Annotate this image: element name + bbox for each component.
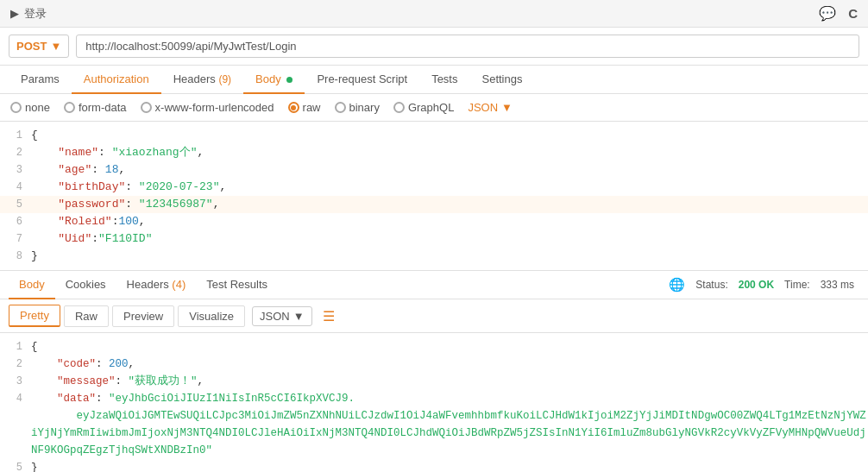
login-area[interactable]: ▶ 登录	[10, 6, 47, 22]
tab-tests[interactable]: Tests	[419, 66, 469, 94]
format-row: Pretty Raw Preview Visualize JSON ▼ ☰	[0, 299, 868, 333]
tab-authorization-label: Authorization	[84, 72, 149, 85]
radio-formdata-label: form-data	[79, 101, 127, 114]
status-value: 200 OK	[739, 279, 774, 291]
resp-num-2: 2	[0, 356, 31, 373]
code-content-6: "Roleid":100,	[31, 213, 868, 230]
line-num-4: 4	[0, 179, 31, 196]
tab-settings[interactable]: Settings	[469, 66, 534, 94]
code-line-8: 8 }	[0, 248, 868, 265]
line-num-8: 8	[0, 248, 31, 265]
resp-line-3: 3 "message": "获取成功！",	[0, 373, 868, 390]
time-value: 333 ms	[821, 279, 854, 291]
resp-content-5: }	[31, 459, 868, 472]
radio-xwww-circle	[141, 102, 152, 113]
top-bar: ▶ 登录 💬 C	[0, 0, 868, 28]
code-line-1: 1 {	[0, 127, 868, 144]
globe-icon: 🌐	[669, 277, 685, 293]
code-line-3: 3 "age": 18,	[0, 161, 868, 179]
resp-content-1: {	[31, 338, 868, 356]
tab-headers[interactable]: Headers (9)	[161, 66, 243, 94]
radio-graphql-label: GraphQL	[408, 101, 454, 114]
code-line-4: 4 "birthDay": "2020-07-23",	[0, 179, 868, 196]
radio-formdata-circle	[64, 102, 75, 113]
tab-prerequest[interactable]: Pre-request Script	[305, 66, 419, 94]
method-dropdown[interactable]: POST ▼	[9, 35, 69, 58]
resp-tab-headers-label: Headers	[127, 278, 173, 291]
tab-authorization[interactable]: Authorization	[72, 66, 161, 94]
resp-tab-testresults[interactable]: Test Results	[196, 271, 278, 299]
method-label: POST	[16, 40, 47, 53]
resp-tab-cookies-label: Cookies	[66, 278, 106, 291]
resp-num-5: 5	[0, 459, 31, 472]
raw-button[interactable]: Raw	[64, 305, 109, 327]
resp-line-2: 2 "code": 200,	[0, 356, 868, 373]
resp-content-4: "data": "eyJhbGciOiJIUzI1NiIsInR5cCI6Ikp…	[31, 390, 868, 459]
radio-none[interactable]: none	[10, 101, 50, 114]
resp-line-1: 1 {	[0, 338, 868, 356]
status-bar: 🌐 Status: 200 OK Time: 333 ms	[669, 277, 859, 293]
resp-tab-testresults-label: Test Results	[206, 278, 267, 291]
resp-content-3: "message": "获取成功！",	[31, 373, 868, 390]
resp-num-4: 4	[0, 390, 31, 407]
response-json-label: JSON	[260, 310, 290, 323]
radio-formdata[interactable]: form-data	[64, 101, 127, 114]
resp-tab-cookies[interactable]: Cookies	[55, 271, 116, 299]
resp-line-4: 4 "data": "eyJhbGciOiJIUzI1NiIsInR5cCI6I…	[0, 390, 868, 459]
resp-content-2: "code": 200,	[31, 356, 868, 373]
radio-binary-label: binary	[349, 101, 380, 114]
json-format-select[interactable]: JSON ▼	[468, 101, 513, 114]
radio-raw-label: raw	[303, 101, 321, 114]
code-content-2: "name": "xiaozhang个",	[31, 144, 868, 161]
response-tabs-bar: Body Cookies Headers (4) Test Results 🌐 …	[0, 271, 868, 299]
login-label: 登录	[24, 6, 47, 22]
code-content-5: "password": "123456987",	[31, 196, 868, 213]
resp-num-3: 3	[0, 373, 31, 390]
line-num-6: 6	[0, 213, 31, 230]
request-tabs: Params Authorization Headers (9) Body Pr…	[0, 66, 868, 94]
refresh-icon[interactable]: C	[848, 6, 858, 21]
url-bar: POST ▼	[0, 28, 868, 66]
response-json-chevron-icon: ▼	[293, 310, 305, 323]
radio-none-label: none	[25, 101, 50, 114]
visualize-button[interactable]: Visualize	[178, 305, 245, 327]
tab-params[interactable]: Params	[9, 66, 72, 94]
json-chevron-icon: ▼	[501, 101, 513, 114]
login-icon: ▶	[10, 7, 19, 20]
code-line-7: 7 "Uid":"F110ID"	[0, 230, 868, 248]
chat-icon[interactable]: 💬	[819, 5, 836, 22]
radio-xwww[interactable]: x-www-form-urlencoded	[141, 101, 274, 114]
radio-raw[interactable]: raw	[288, 101, 321, 114]
radio-none-circle	[10, 102, 22, 113]
code-line-5: 5 "password": "123456987",	[0, 196, 868, 213]
radio-raw-circle	[288, 102, 299, 113]
pretty-button[interactable]: Pretty	[9, 305, 60, 327]
resp-line-5: 5 }	[0, 459, 868, 472]
request-body-editor[interactable]: 1 { 2 "name": "xiaozhang个", 3 "age": 18,…	[0, 122, 868, 271]
radio-graphql-circle	[393, 102, 405, 113]
response-json-select[interactable]: JSON ▼	[252, 306, 312, 326]
status-label: Status:	[695, 279, 727, 291]
radio-xwww-label: x-www-form-urlencoded	[155, 101, 274, 114]
resp-tab-body[interactable]: Body	[9, 271, 55, 299]
wrap-icon[interactable]: ☰	[323, 308, 335, 324]
line-num-3: 3	[0, 161, 31, 179]
code-content-7: "Uid":"F110ID"	[31, 230, 868, 248]
tab-body[interactable]: Body	[243, 66, 305, 94]
radio-binary-circle	[335, 102, 346, 113]
line-num-7: 7	[0, 230, 31, 248]
preview-button[interactable]: Preview	[112, 305, 174, 327]
body-dot	[286, 77, 292, 83]
resp-tab-body-label: Body	[19, 278, 45, 291]
radio-binary[interactable]: binary	[335, 101, 380, 114]
resp-headers-badge: (4)	[172, 278, 186, 291]
response-tabs-left: Body Cookies Headers (4) Test Results	[9, 271, 278, 299]
radio-graphql[interactable]: GraphQL	[393, 101, 454, 114]
response-body-editor: 1 { 2 "code": 200, 3 "message": "获取成功！",…	[0, 333, 868, 472]
body-type-row: none form-data x-www-form-urlencoded raw…	[0, 94, 868, 122]
top-bar-right: 💬 C	[819, 5, 858, 22]
headers-badge: (9)	[218, 73, 231, 85]
code-content-8: }	[31, 248, 868, 265]
url-input[interactable]	[76, 35, 859, 58]
resp-tab-headers[interactable]: Headers (4)	[116, 271, 197, 299]
